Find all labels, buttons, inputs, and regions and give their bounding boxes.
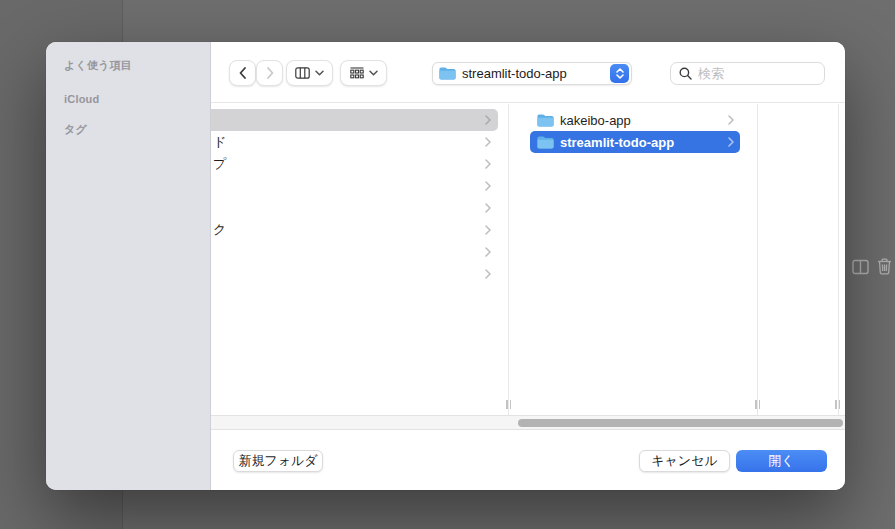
chevron-right-icon — [485, 181, 491, 191]
folder-icon — [537, 114, 554, 127]
sidebar: よく使う項目 iCloud タグ — [46, 42, 211, 490]
chevron-left-icon — [239, 67, 247, 79]
chevron-down-icon — [315, 70, 324, 76]
chevron-down-icon — [369, 70, 378, 76]
column-browser: ド プ — [211, 104, 845, 415]
folder-name-fragment: プ — [213, 155, 226, 173]
column-resize-handle[interactable] — [832, 398, 843, 410]
folder-name: kakeibo-app — [560, 113, 631, 128]
search-input[interactable] — [698, 66, 816, 81]
folder-name-fragment: ド — [213, 133, 226, 151]
list-item[interactable]: ク — [211, 219, 498, 241]
column-resize-handle[interactable] — [752, 398, 763, 410]
desktop-background: よく使う項目 iCloud タグ — [0, 0, 895, 529]
column-view-icon — [295, 67, 310, 79]
list-item[interactable] — [211, 263, 498, 285]
list-item[interactable]: ド — [211, 131, 498, 153]
folder-icon — [439, 67, 456, 80]
column-divider — [838, 104, 839, 415]
columns-view-icon[interactable] — [852, 259, 869, 275]
chevron-right-icon — [485, 247, 491, 257]
chevron-right-icon — [728, 137, 734, 147]
sidebar-section-tags: タグ — [64, 122, 87, 137]
chevron-right-icon — [485, 137, 491, 147]
folder-name: streamlit-todo-app — [560, 135, 674, 150]
chevron-right-icon — [266, 67, 274, 79]
sidebar-section-favorites: よく使う項目 — [64, 58, 132, 73]
list-item[interactable] — [211, 175, 498, 197]
dropdown-stepper-icon[interactable] — [610, 64, 629, 83]
cancel-button[interactable]: キャンセル — [639, 450, 730, 472]
sidebar-section-icloud: iCloud — [64, 93, 99, 105]
chevron-right-icon — [728, 115, 734, 125]
chevron-right-icon — [485, 269, 491, 279]
file-open-dialog: よく使う項目 iCloud タグ — [46, 42, 845, 490]
group-by-button[interactable] — [340, 60, 387, 86]
column-divider — [757, 104, 758, 415]
chevron-right-icon — [485, 115, 491, 125]
chevron-right-icon — [485, 159, 491, 169]
column-resize-handle[interactable] — [503, 398, 514, 410]
dialog-footer: 新規フォルダ キャンセル 開く — [211, 429, 845, 490]
group-by-icon — [350, 67, 364, 79]
list-item[interactable] — [211, 241, 498, 263]
list-item[interactable]: プ — [211, 153, 498, 175]
trash-icon[interactable] — [877, 258, 892, 275]
open-button[interactable]: 開く — [736, 450, 827, 472]
column-divider — [508, 104, 509, 415]
chevron-right-icon — [485, 203, 491, 213]
chevron-right-icon — [485, 225, 491, 235]
toolbar: streamlit-todo-app — [211, 42, 845, 103]
list-item-streamlit-todo-app[interactable]: streamlit-todo-app — [530, 131, 740, 153]
scrollbar-thumb[interactable] — [518, 419, 843, 427]
background-app-toolbar — [852, 258, 892, 275]
list-item[interactable] — [211, 197, 498, 219]
dialog-main: streamlit-todo-app — [211, 42, 845, 490]
forward-button[interactable] — [256, 60, 283, 86]
folder-icon — [537, 136, 554, 149]
search-icon — [679, 67, 692, 80]
new-folder-button[interactable]: 新規フォルダ — [233, 450, 323, 472]
folder-name-fragment: ク — [213, 221, 226, 239]
current-folder-label: streamlit-todo-app — [462, 66, 610, 81]
view-mode-button[interactable] — [286, 60, 333, 86]
list-item-kakeibo-app[interactable]: kakeibo-app — [530, 109, 740, 131]
list-item[interactable] — [211, 109, 498, 131]
current-folder-dropdown[interactable]: streamlit-todo-app — [432, 62, 632, 85]
search-field[interactable] — [670, 62, 825, 85]
horizontal-scrollbar[interactable] — [211, 415, 845, 429]
back-button[interactable] — [229, 60, 256, 86]
